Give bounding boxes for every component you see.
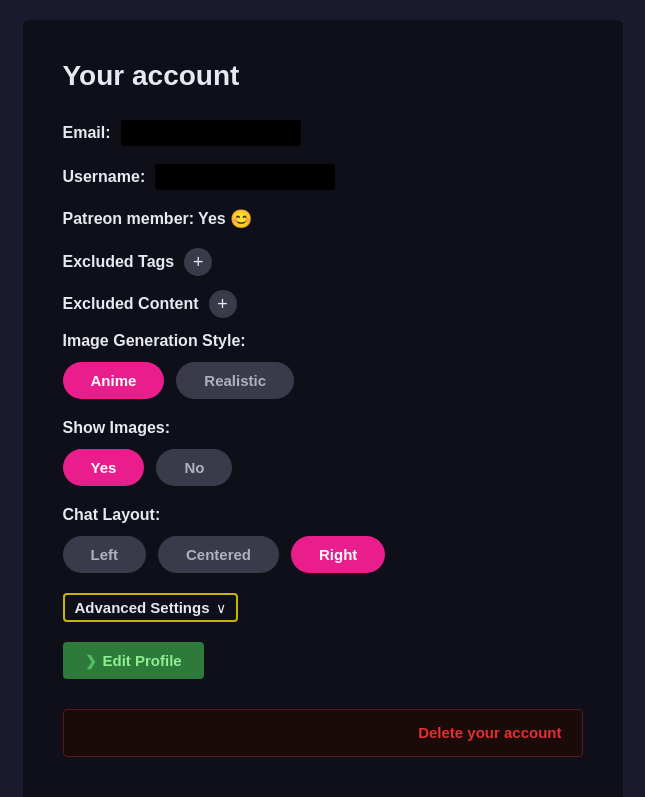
chat-layout-right-button[interactable]: Right [291,536,385,573]
patreon-row: Patreon member: Yes 😊 [63,208,583,230]
excluded-tags-row: Excluded Tags + [63,248,583,276]
show-images-label: Show Images: [63,419,583,437]
username-value [155,164,335,190]
image-style-realistic-button[interactable]: Realistic [176,362,294,399]
show-images-no-button[interactable]: No [156,449,232,486]
email-label: Email: [63,124,111,142]
username-label: Username: [63,168,146,186]
image-generation-options: Anime Realistic [63,362,583,399]
chat-layout-label: Chat Layout: [63,506,583,524]
page-title: Your account [63,60,583,92]
show-images-yes-button[interactable]: Yes [63,449,145,486]
delete-account-bar: Delete your account [63,709,583,757]
excluded-content-row: Excluded Content + [63,290,583,318]
show-images-options: Yes No [63,449,583,486]
image-style-anime-button[interactable]: Anime [63,362,165,399]
excluded-tags-label: Excluded Tags [63,253,175,271]
patreon-emoji: 😊 [230,208,252,230]
excluded-content-label: Excluded Content [63,295,199,313]
edit-profile-button[interactable]: ❯ Edit Profile [63,642,204,679]
patreon-label: Patreon member: [63,210,195,228]
email-row: Email: [63,120,583,146]
chat-layout-centered-button[interactable]: Centered [158,536,279,573]
advanced-settings-toggle[interactable]: Advanced Settings ∨ [63,593,238,622]
image-generation-label: Image Generation Style: [63,332,583,350]
chat-layout-options: Left Centered Right [63,536,583,573]
chevron-down-icon: ∨ [216,600,226,616]
excluded-content-add-button[interactable]: + [209,290,237,318]
delete-account-link[interactable]: Delete your account [418,724,561,741]
excluded-tags-add-button[interactable]: + [184,248,212,276]
email-value [121,120,301,146]
chat-layout-left-button[interactable]: Left [63,536,147,573]
username-row: Username: [63,164,583,190]
advanced-settings-label: Advanced Settings [75,599,210,616]
arrow-icon: ❯ [85,653,97,669]
account-page: Your account Email: Username: Patreon me… [23,20,623,797]
edit-profile-label: Edit Profile [103,652,182,669]
patreon-value: Yes [198,210,226,228]
